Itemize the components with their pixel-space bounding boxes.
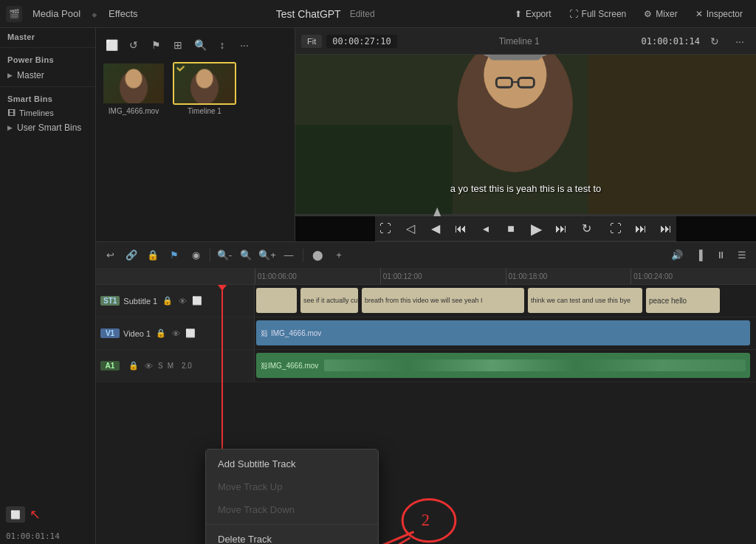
subtitle-track-name: Subtitle 1 — [123, 297, 157, 306]
skip-fwd-btn[interactable]: ⏭ — [551, 218, 571, 239]
subtitle-sub-btn[interactable]: ⬜ — [190, 295, 204, 308]
skip-back-btn[interactable]: ⏮ — [450, 218, 471, 239]
undo-timeline-btn[interactable]: ↩ — [100, 246, 120, 265]
loop-play-btn[interactable]: ↻ — [576, 218, 597, 239]
ctx-add-subtitle-track[interactable]: Add Subtitle Track — [206, 452, 378, 475]
ruler-mark-4: 01:00:24:00 — [630, 269, 756, 285]
prev-btn[interactable]: ◀ — [425, 218, 446, 239]
timelines-icon: 🎞 — [7, 109, 16, 117]
export-btn[interactable]: ⬆ Export — [507, 6, 559, 22]
video-badge: V1 — [100, 328, 120, 338]
context-menu: Add Subtitle Track Move Track Up Move Tr… — [205, 449, 379, 544]
stop-btn[interactable]: ■ — [501, 218, 521, 239]
sort-btn[interactable]: ↕ — [213, 35, 232, 55]
ctx-delete-track[interactable]: Delete Track — [206, 528, 378, 544]
audio-vis-btn[interactable]: 👁 — [142, 359, 155, 373]
zoom-custom-btn[interactable]: — — [279, 246, 298, 265]
mixer-label: Mixer — [656, 9, 677, 19]
fit-btn[interactable]: Fit — [301, 35, 322, 48]
loop-btn[interactable]: ↻ — [704, 31, 725, 52]
audio-clip-1[interactable]: ⛓ IMG_4666.mov — [256, 353, 750, 378]
media-pool-btn[interactable]: Media Pool — [27, 5, 86, 22]
subtitle-clip-4[interactable]: think we can test and use this bye — [528, 288, 642, 313]
video-vis-btn[interactable]: 👁 — [169, 327, 182, 340]
marker-btn[interactable]: ◉ — [186, 246, 205, 265]
video-track-name: Video 1 — [123, 329, 151, 338]
list-view-btn[interactable]: ⬜ — [102, 35, 121, 55]
power-bins-label: Power Bins — [0, 51, 95, 67]
video-track-content[interactable]: ⛓ IMG_4666.mov — [255, 317, 756, 349]
top-nav-left: 🎬 Media Pool ⬥ Effects — [6, 5, 144, 22]
sidebar-item-user-smart-bins[interactable]: ▶ User Smart Bins — [0, 120, 95, 136]
grid-view-btn[interactable]: ⊞ — [168, 35, 188, 55]
video-clip-1[interactable]: ⛓ IMG_4666.mov — [256, 320, 750, 345]
audio-vol-btn[interactable]: 🔊 — [667, 248, 687, 262]
audio-meter-btn[interactable]: ▐ — [690, 246, 709, 265]
top-nav: 🎬 Media Pool ⬥ Effects Test ChatGPT Edit… — [0, 0, 756, 28]
audio-waveform — [324, 359, 746, 371]
timeline-ruler: 01:00:06:00 01:00:12:00 01:00:18:00 01:0… — [96, 269, 756, 285]
flag-btn[interactable]: ⚑ — [146, 35, 165, 55]
audio-level: 2.0 — [182, 362, 192, 370]
effects-btn[interactable]: Effects — [103, 5, 144, 22]
search-btn[interactable]: 🔍 — [190, 35, 210, 55]
sidebar-item-master[interactable]: ▶ Master — [0, 67, 95, 83]
media-item-img4666[interactable]: IMG_4666.mov — [102, 62, 165, 115]
thumbnail-timeline1 — [173, 62, 236, 105]
zoom-fit-btn[interactable]: 🔍 — [236, 246, 255, 265]
subtitle-track-content[interactable]: see if it actually cuts out breath from … — [255, 285, 756, 317]
video-lock-btn[interactable]: 🔒 — [154, 327, 168, 340]
subtitle-track-row: ST1 Subtitle 1 🔒 👁 ⬜ see if it actually … — [96, 285, 756, 317]
audio-track-icons: 🔒 👁 S M — [127, 359, 175, 373]
subtitle-clip-2[interactable]: see if it actually cuts out — [300, 288, 358, 313]
subtitle-clip-3[interactable]: breath from this video we will see yeah … — [362, 288, 524, 313]
sidebar-divider-1 — [0, 47, 95, 48]
link-btn[interactable]: 🔗 — [122, 246, 141, 265]
play-btn[interactable]: ▶ — [526, 218, 546, 239]
last-frame-btn[interactable]: ⏭ — [656, 218, 676, 239]
lock-btn[interactable]: 🔒 — [143, 246, 162, 265]
video-sub-btn[interactable]: ⬜ — [184, 327, 197, 340]
video-preview-panel: Fit 00:00:27:10 Timeline 1 01:00:01:14 ↻… — [295, 28, 756, 241]
options-btn[interactable]: ··· — [729, 31, 750, 52]
clip-view-btn[interactable]: ↺ — [124, 35, 143, 55]
inspector-btn[interactable]: ✕ Inspector — [688, 6, 750, 22]
subtitle-clip-1[interactable] — [256, 288, 297, 313]
cursor-tool[interactable]: ↖ — [30, 506, 41, 523]
zoom-out-btn[interactable]: 🔍- — [215, 246, 234, 265]
subtitle-clip-5[interactable]: peace hello — [646, 288, 720, 313]
svg-rect-6 — [489, 55, 541, 60]
dot-btn[interactable]: ⬤ — [308, 246, 327, 265]
audio-lock-btn[interactable]: 🔒 — [127, 359, 140, 373]
subtitle-vis-btn[interactable]: 👁 — [176, 295, 189, 308]
mixer-btn[interactable]: ⚙ Mixer — [636, 6, 684, 22]
sidebar-item-timelines[interactable]: 🎞 Timelines — [0, 106, 95, 120]
monitor-icon-btn[interactable]: ⬜ — [6, 506, 25, 523]
audio-track-content[interactable]: ⛓ IMG_4666.mov — [255, 350, 756, 382]
pause-btn[interactable]: ⏸ — [711, 246, 730, 265]
start-timecode: 00:00:27:10 — [326, 35, 396, 48]
sidebar-divider-2 — [0, 86, 95, 87]
next-clip-btn[interactable]: ⏭ — [630, 218, 651, 239]
timeline-tools-bar: ↩ 🔗 🔒 ⚑ ◉ 🔍- 🔍 🔍+ — ⬤ + 🔊 ▐ ⏸ ☰ — [96, 242, 756, 269]
plus-btn[interactable]: + — [329, 246, 348, 265]
preview-header-bar: Fit 00:00:27:10 Timeline 1 01:00:01:14 ↻… — [295, 28, 756, 55]
playback-controls: ⛶ ◁ ◀ ⏮ ◂ ■ ▶ ⏭ ↻ ⛶ ⏭ ⏭ — [375, 216, 676, 241]
export-icon: ⬆ — [515, 9, 522, 19]
media-item-timeline1[interactable]: Timeline 1 — [173, 62, 236, 115]
more-btn[interactable]: ··· — [235, 35, 254, 55]
timelines-label: Timelines — [19, 109, 54, 117]
more-tools-btn[interactable]: ☰ — [732, 246, 752, 265]
master-label: Master — [0, 28, 95, 44]
prev-frame-btn[interactable]: ◁ — [400, 218, 421, 239]
fullscreen-btn[interactable]: ⛶ Full Screen — [562, 6, 634, 22]
end-timecode: 01:00:01:14 — [642, 36, 700, 47]
subtitle-lock-btn[interactable]: 🔒 — [161, 295, 174, 308]
flag-timeline-btn[interactable]: ⚑ — [165, 246, 184, 265]
back-btn[interactable]: ◂ — [475, 218, 496, 239]
crop-btn[interactable]: ⛶ — [375, 218, 396, 239]
fullscreen-label: Full Screen — [582, 9, 627, 19]
fullscreen-preview-btn[interactable]: ⛶ — [605, 218, 626, 239]
tools-separator-2 — [303, 249, 303, 262]
zoom-in-btn[interactable]: 🔍+ — [258, 246, 277, 265]
